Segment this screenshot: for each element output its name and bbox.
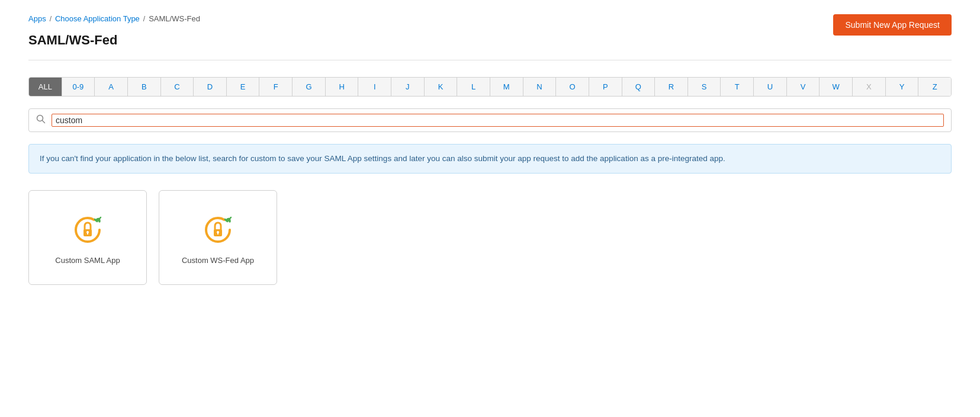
alpha-btn-l[interactable]: L xyxy=(457,78,490,96)
alpha-btn-i[interactable]: I xyxy=(358,78,391,96)
alpha-btn-s[interactable]: S xyxy=(688,78,721,96)
alpha-btn-c[interactable]: C xyxy=(161,78,194,96)
alpha-btn-d[interactable]: D xyxy=(194,78,227,96)
app-label-1: Custom WS-Fed App xyxy=(182,256,254,265)
alpha-btn-g[interactable]: G xyxy=(293,78,326,96)
search-input[interactable] xyxy=(52,114,944,127)
apps-grid: Custom SAML App Custom WS-Fed App xyxy=(28,190,952,285)
page-title: SAML/WS-Fed xyxy=(28,33,952,48)
alpha-btn-a[interactable]: A xyxy=(95,78,128,96)
alpha-btn-e[interactable]: E xyxy=(227,78,260,96)
info-banner: If you can't find your application in th… xyxy=(28,144,952,174)
alpha-btn-all[interactable]: ALL xyxy=(29,78,62,96)
alpha-btn-y[interactable]: Y xyxy=(886,78,919,96)
alpha-btn-q[interactable]: Q xyxy=(622,78,656,96)
submit-new-app-request-button[interactable]: Submit New App Request xyxy=(833,14,952,36)
svg-rect-9 xyxy=(217,232,219,235)
breadcrumb: Apps / Choose Application Type / SAML/WS… xyxy=(28,14,952,23)
app-label-0: Custom SAML App xyxy=(55,256,120,265)
svg-line-1 xyxy=(43,121,45,123)
app-card-1[interactable]: Custom WS-Fed App xyxy=(159,190,277,285)
alpha-btn-x[interactable]: X xyxy=(853,78,886,96)
alpha-btn-m[interactable]: M xyxy=(490,78,523,96)
app-icon-1 xyxy=(200,211,236,246)
alpha-btn-k[interactable]: K xyxy=(425,78,458,96)
breadcrumb-sep-1: / xyxy=(50,15,52,23)
breadcrumb-apps-link[interactable]: Apps xyxy=(28,14,46,23)
alpha-btn-0-9[interactable]: 0-9 xyxy=(62,78,95,96)
alpha-btn-b[interactable]: B xyxy=(128,78,161,96)
alpha-btn-f[interactable]: F xyxy=(259,78,293,96)
app-card-0[interactable]: Custom SAML App xyxy=(28,190,147,285)
alpha-btn-o[interactable]: O xyxy=(556,78,589,96)
search-icon xyxy=(36,114,46,126)
alphabet-filter: ALL0-9ABCDEFGHIJKLMNOPQRSTUVWXYZ xyxy=(28,77,952,97)
alpha-btn-z[interactable]: Z xyxy=(918,78,951,96)
breadcrumb-sep-2: / xyxy=(143,15,145,23)
alpha-btn-u[interactable]: U xyxy=(754,78,787,96)
search-wrapper xyxy=(28,108,952,132)
alpha-btn-v[interactable]: V xyxy=(787,78,820,96)
alpha-btn-j[interactable]: J xyxy=(391,78,425,96)
alpha-btn-t[interactable]: T xyxy=(721,78,754,96)
alpha-btn-p[interactable]: P xyxy=(589,78,622,96)
alpha-btn-w[interactable]: W xyxy=(820,78,853,96)
breadcrumb-current: SAML/WS-Fed xyxy=(149,14,200,23)
alpha-btn-n[interactable]: N xyxy=(523,78,557,96)
title-divider xyxy=(28,60,952,60)
alpha-btn-h[interactable]: H xyxy=(326,78,359,96)
app-icon-0 xyxy=(70,211,105,246)
alpha-btn-r[interactable]: R xyxy=(655,78,688,96)
page-wrapper: Apps / Choose Application Type / SAML/WS… xyxy=(0,0,980,299)
svg-rect-5 xyxy=(87,232,88,235)
breadcrumb-choose-link[interactable]: Choose Application Type xyxy=(55,14,140,23)
